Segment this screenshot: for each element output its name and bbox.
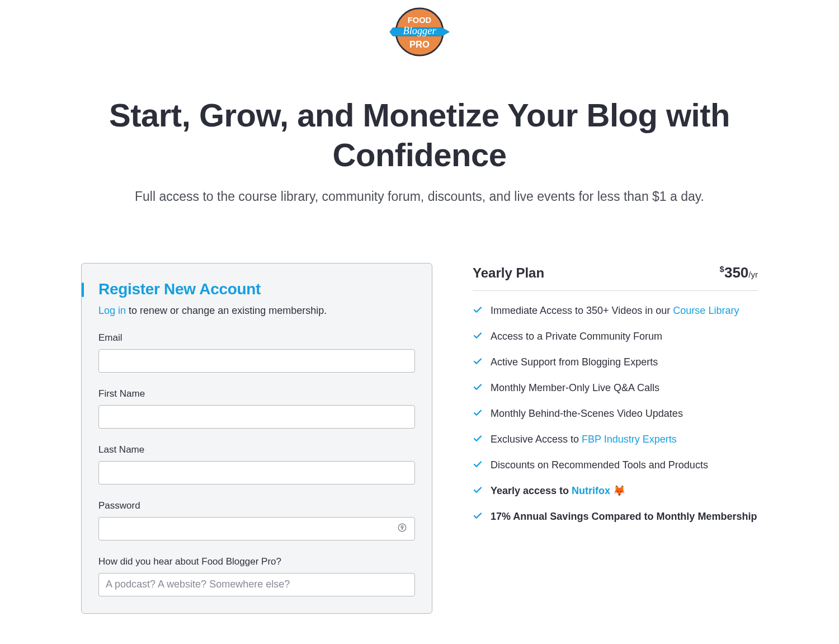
plan-feature-text: Exclusive Access to FBP Industry Experts: [491, 432, 677, 448]
login-hint-text: to renew or change an existing membershi…: [126, 305, 327, 316]
plan-summary: Yearly Plan $350/yr Immediate Access to …: [473, 263, 758, 535]
plan-feature-link[interactable]: Course Library: [673, 305, 739, 316]
plan-feature: 17% Annual Savings Compared to Monthly M…: [473, 509, 758, 525]
last-name-label: Last Name: [98, 444, 415, 455]
plan-feature: Monthly Behind-the-Scenes Video Updates: [473, 406, 758, 422]
plan-feature-link[interactable]: FBP Industry Experts: [582, 434, 677, 445]
check-icon: [473, 510, 483, 525]
check-icon: [473, 304, 483, 319]
brand-logo: FOOD Blogger PRO: [81, 0, 758, 65]
check-icon: [473, 382, 483, 396]
check-icon: [473, 433, 483, 448]
plan-feature: Active Support from Blogging Experts: [473, 355, 758, 370]
check-icon: [473, 485, 483, 499]
plan-name: Yearly Plan: [473, 265, 544, 281]
plan-feature: Monthly Member-Only Live Q&A Calls: [473, 380, 758, 396]
check-icon: [473, 459, 483, 473]
form-heading: Register New Account: [98, 280, 415, 298]
svg-text:FOOD: FOOD: [408, 16, 431, 25]
plan-feature-text: Yearly access to Nutrifox 🦊: [491, 483, 625, 499]
plan-feature: Discounts on Recommended Tools and Produ…: [473, 458, 758, 473]
last-name-input[interactable]: [98, 461, 415, 485]
plan-feature-text: Access to a Private Community Forum: [491, 329, 662, 345]
food-blogger-pro-logo: FOOD Blogger PRO: [389, 1, 450, 63]
check-icon: [473, 356, 483, 370]
page-subtitle: Full access to the course library, commu…: [81, 189, 758, 204]
plan-feature-text: Active Support from Blogging Experts: [491, 355, 658, 370]
plan-feature-text: Discounts on Recommended Tools and Produ…: [491, 458, 708, 473]
plan-feature: Exclusive Access to FBP Industry Experts: [473, 432, 758, 448]
plan-feature-link[interactable]: Nutrifox: [572, 485, 610, 496]
plan-feature: Immediate Access to 350+ Videos in our C…: [473, 303, 758, 319]
heard-about-label: How did you hear about Food Blogger Pro?: [98, 556, 415, 567]
plan-feature: Access to a Private Community Forum: [473, 329, 758, 345]
first-name-input[interactable]: [98, 405, 415, 429]
plan-feature-text: Monthly Member-Only Live Q&A Calls: [491, 380, 659, 396]
first-name-label: First Name: [98, 388, 415, 399]
plan-feature: Yearly access to Nutrifox 🦊: [473, 483, 758, 499]
password-input[interactable]: [98, 517, 415, 540]
login-hint: Log in to renew or change an existing me…: [98, 305, 415, 317]
login-link[interactable]: Log in: [98, 305, 126, 316]
svg-text:Blogger: Blogger: [403, 25, 436, 36]
plan-price: $350/yr: [720, 264, 758, 281]
password-label: Password: [98, 500, 415, 511]
heard-about-input[interactable]: [98, 573, 415, 596]
plan-feature-list: Immediate Access to 350+ Videos in our C…: [473, 303, 758, 525]
email-input[interactable]: [98, 349, 415, 373]
check-icon: [473, 330, 483, 345]
register-form: Register New Account Log in to renew or …: [81, 263, 432, 614]
plan-feature-text: Monthly Behind-the-Scenes Video Updates: [491, 406, 683, 422]
check-icon: [473, 407, 483, 422]
page-title: Start, Grow, and Monetize Your Blog with…: [81, 96, 758, 175]
email-label: Email: [98, 332, 415, 344]
plan-feature-text: Immediate Access to 350+ Videos in our C…: [491, 303, 739, 319]
plan-feature-text: 17% Annual Savings Compared to Monthly M…: [491, 509, 757, 525]
svg-text:PRO: PRO: [409, 39, 430, 49]
